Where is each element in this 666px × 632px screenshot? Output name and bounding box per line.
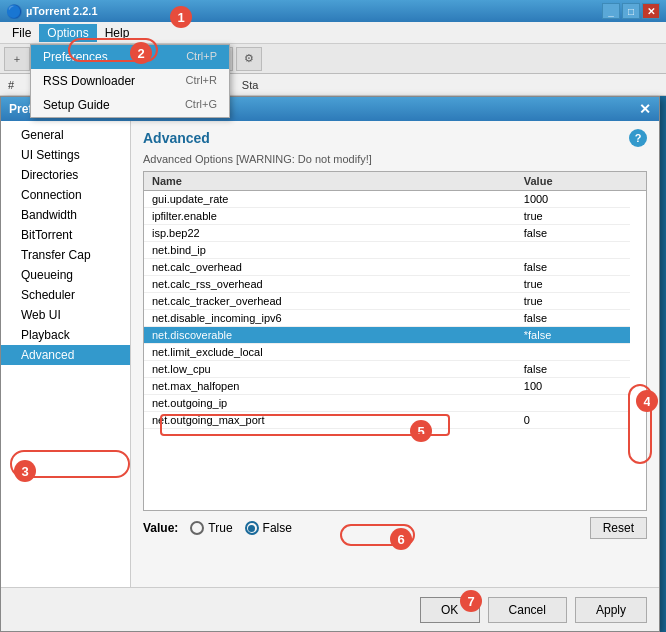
option-name: net.low_cpu <box>144 361 516 378</box>
sidebar-item-ui[interactable]: UI Settings <box>1 145 130 165</box>
option-value: *false <box>516 327 630 344</box>
radio-true[interactable]: True <box>190 521 232 535</box>
add-btn[interactable]: + <box>4 47 30 71</box>
option-value: false <box>516 225 630 242</box>
dropdown-setup-shortcut: Ctrl+G <box>185 98 217 112</box>
sidebar-item-transfercap[interactable]: Transfer Cap <box>1 245 130 265</box>
dropdown-rss[interactable]: RSS Downloader Ctrl+R <box>31 69 229 93</box>
menu-file[interactable]: File <box>4 24 39 42</box>
radio-false[interactable]: False <box>245 521 292 535</box>
dialog-footer: OK Cancel Apply <box>1 587 659 631</box>
sidebar-item-advanced[interactable]: Advanced <box>1 345 130 365</box>
menu-bar: File Options Help <box>0 22 666 44</box>
table-row[interactable]: net.outgoing_ip <box>144 395 646 412</box>
dropdown-preferences[interactable]: Preferences Ctrl+P <box>31 45 229 69</box>
col-name-header: Name <box>144 172 516 191</box>
section-title-text: Advanced <box>143 130 210 146</box>
preferences-dialog: Preferences ✕ General UI Settings Direct… <box>0 96 660 632</box>
sidebar-item-webui[interactable]: Web UI <box>1 305 130 325</box>
sidebar-item-playback[interactable]: Playback <box>1 325 130 345</box>
option-name: net.calc_rss_overhead <box>144 276 516 293</box>
main-content: Advanced ? Advanced Options [WARNING: Do… <box>131 121 659 587</box>
sidebar-item-connection[interactable]: Connection <box>1 185 130 205</box>
table-row[interactable]: net.calc_overheadfalse <box>144 259 646 276</box>
radio-false-label: False <box>263 521 292 535</box>
option-name: gui.update_rate <box>144 191 516 208</box>
title-controls: _ □ ✕ <box>602 3 660 19</box>
title-bar-text: µTorrent 2.2.1 <box>26 5 98 17</box>
option-value <box>516 242 630 259</box>
menu-options[interactable]: Options <box>39 24 96 42</box>
apply-button[interactable]: Apply <box>575 597 647 623</box>
reset-button[interactable]: Reset <box>590 517 647 539</box>
warning-text: Advanced Options [WARNING: Do not modify… <box>143 153 647 165</box>
table-row[interactable]: net.calc_rss_overheadtrue <box>144 276 646 293</box>
radio-true-label: True <box>208 521 232 535</box>
option-name: net.disable_incoming_ipv6 <box>144 310 516 327</box>
title-bar: 🔵 µTorrent 2.2.1 _ □ ✕ <box>0 0 666 22</box>
close-button[interactable]: ✕ <box>642 3 660 19</box>
minimize-button[interactable]: _ <box>602 3 620 19</box>
value-label: Value: <box>143 521 178 535</box>
option-value: true <box>516 293 630 310</box>
options-table: Name Value gui.update_rate1000ipfilter.e… <box>144 172 646 429</box>
dropdown-preferences-shortcut: Ctrl+P <box>186 50 217 64</box>
table-row[interactable]: net.calc_tracker_overheadtrue <box>144 293 646 310</box>
dialog-close-button[interactable]: ✕ <box>639 101 651 117</box>
maximize-button[interactable]: □ <box>622 3 640 19</box>
option-value: 0 <box>516 412 630 429</box>
help-button[interactable]: ? <box>629 129 647 147</box>
dropdown-rss-label: RSS Downloader <box>43 74 135 88</box>
option-value: 100 <box>516 378 630 395</box>
sidebar-item-bandwidth[interactable]: Bandwidth <box>1 205 130 225</box>
option-value <box>516 395 630 412</box>
sidebar-item-queueing[interactable]: Queueing <box>1 265 130 285</box>
options-table-wrap[interactable]: Name Value gui.update_rate1000ipfilter.e… <box>143 171 647 511</box>
option-name: net.calc_overhead <box>144 259 516 276</box>
option-value: true <box>516 208 630 225</box>
sidebar-item-directories[interactable]: Directories <box>1 165 130 185</box>
table-row[interactable]: ipfilter.enabletrue <box>144 208 646 225</box>
sidebar-item-bittorrent[interactable]: BitTorrent <box>1 225 130 245</box>
preferences-sidebar: General UI Settings Directories Connecti… <box>1 121 131 587</box>
table-row[interactable]: net.disable_incoming_ipv6false <box>144 310 646 327</box>
radio-false-dot <box>248 525 255 532</box>
settings-btn[interactable]: ⚙ <box>236 47 262 71</box>
col-hash: # <box>8 79 14 91</box>
table-row[interactable]: net.bind_ip <box>144 242 646 259</box>
dialog-body: General UI Settings Directories Connecti… <box>1 121 659 587</box>
col-scroll-header <box>630 172 646 191</box>
option-value: false <box>516 361 630 378</box>
option-value: false <box>516 259 630 276</box>
col-value-header: Value <box>516 172 630 191</box>
dropdown-menu: Preferences Ctrl+P RSS Downloader Ctrl+R… <box>30 44 230 118</box>
option-name: net.outgoing_ip <box>144 395 516 412</box>
option-name: net.calc_tracker_overhead <box>144 293 516 310</box>
option-value: false <box>516 310 630 327</box>
table-row[interactable]: net.low_cpufalse <box>144 361 646 378</box>
table-row[interactable]: net.discoverable*false <box>144 327 646 344</box>
radio-true-circle <box>190 521 204 535</box>
table-row[interactable]: net.outgoing_max_port0 <box>144 412 646 429</box>
option-value: true <box>516 276 630 293</box>
ok-button[interactable]: OK <box>420 597 480 623</box>
sidebar-item-scheduler[interactable]: Scheduler <box>1 285 130 305</box>
sidebar-item-general[interactable]: General <box>1 125 130 145</box>
value-row: Value: True False Reset <box>143 517 647 539</box>
option-name: net.limit_exclude_local <box>144 344 516 361</box>
section-title: Advanced ? <box>143 129 647 147</box>
option-name: net.bind_ip <box>144 242 516 259</box>
table-row[interactable]: net.limit_exclude_local <box>144 344 646 361</box>
menu-help[interactable]: Help <box>97 24 138 42</box>
dropdown-setup[interactable]: Setup Guide Ctrl+G <box>31 93 229 117</box>
option-name: net.discoverable <box>144 327 516 344</box>
dropdown-setup-label: Setup Guide <box>43 98 110 112</box>
col-status: Sta <box>242 79 259 91</box>
radio-group: True False <box>190 521 292 535</box>
option-value <box>516 344 630 361</box>
table-row[interactable]: net.max_halfopen100 <box>144 378 646 395</box>
option-value: 1000 <box>516 191 630 208</box>
table-row[interactable]: gui.update_rate1000 <box>144 191 646 208</box>
table-row[interactable]: isp.bep22false <box>144 225 646 242</box>
cancel-button[interactable]: Cancel <box>488 597 567 623</box>
